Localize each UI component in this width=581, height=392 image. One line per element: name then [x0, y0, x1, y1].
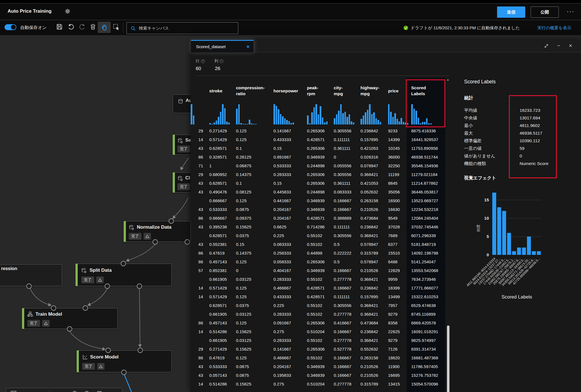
cell: 0.166667	[334, 327, 360, 336]
cell: 6869.420578	[411, 318, 445, 327]
cell: 57	[191, 266, 203, 275]
table-row: 290.2714290.156250.1416670.2653060.52777…	[191, 345, 450, 353]
redo-icon[interactable]	[79, 23, 86, 31]
cell: 22625	[388, 327, 408, 336]
cell: 13499	[388, 292, 408, 301]
cell: 0.03125	[236, 310, 272, 318]
stat-label: 平均値	[464, 106, 477, 114]
stat-value: 16233.723	[520, 106, 540, 114]
column-histogram-price	[388, 103, 408, 124]
dataset-icon	[178, 99, 183, 105]
stat-label: 機能の種類	[464, 160, 486, 167]
node-title: Se	[185, 137, 191, 143]
column-header-compression-ratio[interactable]: compression-ratio	[236, 79, 272, 103]
submit-button[interactable]: 送信	[497, 6, 525, 18]
node-title: ression	[1, 266, 17, 271]
save-icon[interactable]	[56, 23, 63, 31]
svg-text:15: 15	[484, 197, 489, 202]
pan-tool-button[interactable]	[98, 22, 111, 33]
minimize-icon[interactable]: −	[556, 43, 562, 49]
cell: 0.714286	[307, 222, 333, 231]
scrollbar-thumb[interactable]	[447, 326, 449, 392]
toggle-knob	[11, 25, 16, 30]
cell: 0.328571	[209, 153, 235, 161]
stats-column-title: Scored Labels	[464, 79, 496, 85]
cell: 0.5	[334, 257, 360, 266]
cell: 0.6625	[273, 222, 306, 231]
cell: 0.510204	[307, 380, 333, 388]
cell: 0.283333	[273, 310, 306, 318]
cell: 0.368421	[360, 336, 387, 345]
column-header-stroke[interactable]: stroke	[209, 79, 235, 103]
zoom-out-icon[interactable]	[72, 391, 78, 392]
node-normalize-data[interactable]: Normalize Data 完了	[124, 221, 191, 242]
cell: 0.305556	[334, 301, 360, 310]
histogram-bar	[502, 211, 506, 255]
cell: 16630	[388, 205, 408, 214]
cell: 0.457143	[209, 257, 235, 266]
canvas-search-box[interactable]: 検索キャンバス	[126, 22, 238, 34]
cell: 14399	[388, 135, 408, 144]
page-title: Auto Price Training	[8, 8, 52, 14]
expand-icon[interactable]	[543, 43, 549, 50]
delete-icon[interactable]	[90, 23, 97, 31]
cell: 0.058333	[273, 257, 306, 266]
cell: 36000	[388, 153, 408, 161]
table-row: 140.5714290.1250.4666670.4285710.1666670…	[191, 284, 450, 292]
gear-icon[interactable]	[64, 7, 72, 15]
cell: 43	[191, 205, 203, 214]
node-split-data[interactable]: Split Data 完了	[75, 264, 172, 286]
table-scrollbar[interactable]: ▲	[446, 78, 450, 392]
cell: 0.346939	[307, 371, 333, 380]
cell: 0.473684	[360, 214, 387, 222]
cell: 0.283333	[273, 170, 306, 179]
cell: 0.03125	[236, 336, 272, 345]
run-overview-link[interactable]: 実行の概要を表示	[537, 25, 571, 31]
undo-icon[interactable]	[68, 23, 75, 31]
toolbar: 自動保存オン	[0, 20, 581, 35]
node-linear-regression[interactable]: ression	[0, 264, 62, 286]
close-icon[interactable]: ×	[567, 42, 574, 48]
table-row: 430.5333330.08750.2041670.3469390.166667…	[191, 205, 450, 214]
cell: 16695	[388, 371, 408, 380]
cell: 0.236842	[360, 222, 387, 231]
cell: 0.533333	[209, 205, 235, 214]
cell: 0.222222	[334, 249, 360, 257]
cell: 0.15	[273, 179, 306, 188]
cell: 14092.196798	[411, 249, 445, 257]
column-header-horsepower[interactable]: horsepower	[273, 79, 306, 103]
column-histogram-scored-labels	[411, 103, 445, 124]
cell: 8845	[388, 179, 408, 188]
column-header-highway-mpg[interactable]: highway-mpg	[360, 79, 387, 103]
scrollbar-up-arrow[interactable]: ▲	[447, 78, 449, 81]
stat-label: 一意の値	[464, 144, 482, 152]
node-score-model[interactable]: Score Model 完了	[77, 350, 172, 372]
status-bar-green	[173, 172, 175, 193]
column-header-peak-rpm[interactable]: peak-rpm	[307, 79, 333, 103]
cell: 14	[191, 135, 203, 144]
stat-row-1: 中央値13017.694	[464, 114, 566, 122]
select-tool-icon[interactable]	[113, 23, 120, 31]
cell: 0.15625	[236, 345, 272, 353]
cell: 0.0875	[236, 362, 272, 371]
zoom-in-icon[interactable]	[84, 391, 90, 392]
column-header-price[interactable]: price	[388, 79, 408, 103]
column-header-scored-labels[interactable]: ScoredLabels	[411, 79, 445, 103]
publish-button[interactable]: 公開	[531, 6, 559, 18]
column-header-city-mpg[interactable]: city-mpg	[334, 79, 360, 103]
cell: 0.15625	[236, 327, 272, 336]
node-train-model[interactable]: Train Model 完了	[22, 308, 118, 329]
more-menu-button[interactable]: ···	[565, 6, 576, 17]
canvas-mini-toolbar[interactable]	[6, 388, 123, 392]
cell: 0	[334, 153, 360, 161]
cell: 0.0875	[236, 371, 272, 380]
column-histogram-peak-rpm	[307, 103, 333, 124]
fit-to-screen-icon[interactable]	[97, 391, 102, 392]
cell: 0.47619	[209, 249, 235, 257]
autosave-toggle[interactable]	[5, 24, 16, 30]
cell: 43	[191, 362, 203, 371]
cell: 0.210526	[360, 362, 387, 371]
table-row: 860.476190.143750.2583330.448980.2222220…	[191, 249, 450, 257]
cell: 1	[209, 161, 235, 170]
table-row: 860.6666670.093750.2041670.4285710.38888…	[191, 214, 450, 222]
